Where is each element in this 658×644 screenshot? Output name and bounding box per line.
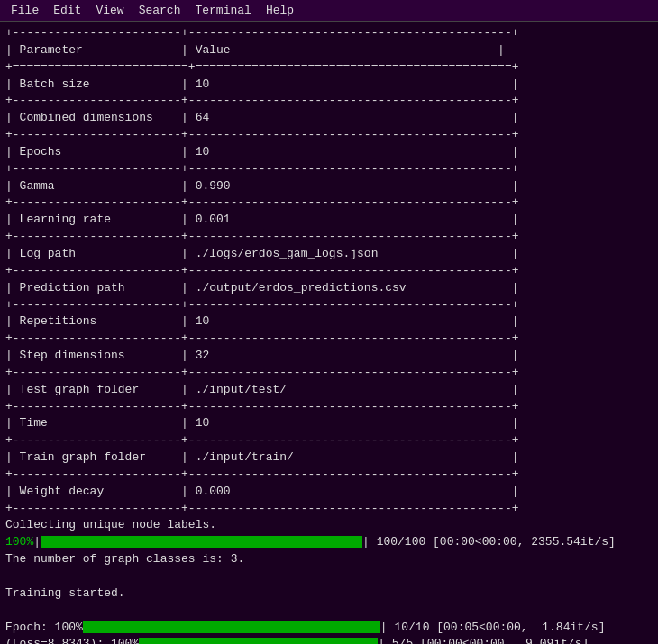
menu-search[interactable]: Search — [132, 0, 188, 22]
menu-terminal[interactable]: Terminal — [187, 0, 258, 22]
menu-file[interactable]: File — [4, 0, 46, 22]
menu-view[interactable]: View — [88, 0, 131, 22]
menu-edit[interactable]: Edit — [46, 0, 88, 22]
menu-help[interactable]: Help — [259, 0, 301, 22]
menubar: File Edit View Search Terminal Help — [0, 0, 658, 22]
terminal-content: +------------------------+--------------… — [0, 22, 658, 644]
